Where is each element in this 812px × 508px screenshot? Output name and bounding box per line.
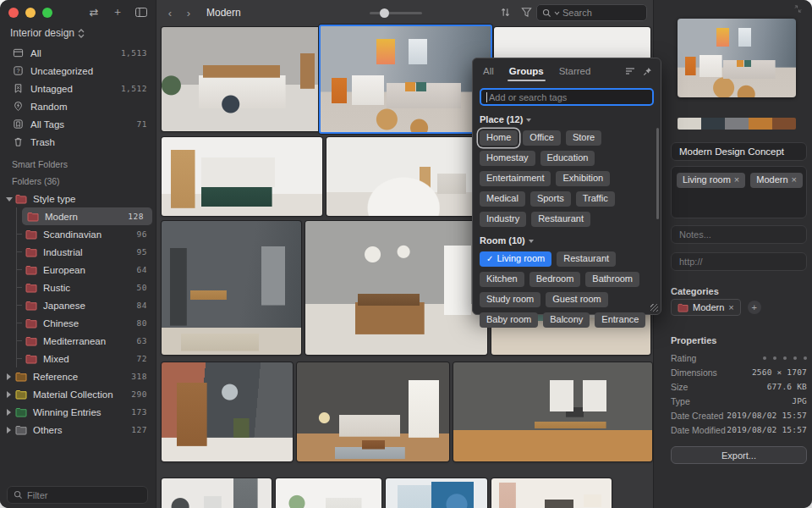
grid-photo-1[interactable] bbox=[162, 27, 322, 131]
sidebar-toggle-icon[interactable] bbox=[134, 4, 149, 19]
sort-lines-icon[interactable] bbox=[625, 67, 635, 75]
category-chip-modern[interactable]: Modern × bbox=[671, 299, 741, 316]
thumbnail-size-slider[interactable] bbox=[370, 12, 422, 14]
rating-dots[interactable] bbox=[763, 356, 807, 360]
tag-chip-sports[interactable]: Sports bbox=[530, 191, 571, 207]
folder-european[interactable]: European 64 bbox=[17, 261, 156, 279]
expand-caret-icon[interactable] bbox=[5, 427, 12, 433]
image-title-input[interactable]: Modern Design Concept bbox=[671, 142, 807, 161]
palette-swatch[interactable] bbox=[725, 118, 749, 130]
remove-category-icon[interactable]: × bbox=[728, 302, 733, 312]
grid-photo-13[interactable] bbox=[162, 478, 272, 508]
grid-photo-4[interactable] bbox=[162, 137, 322, 216]
expand-caret-icon[interactable] bbox=[5, 391, 12, 398]
folder-rustic[interactable]: Rustic 50 bbox=[17, 279, 156, 296]
grid-photo-7[interactable] bbox=[162, 221, 301, 355]
expand-caret-icon[interactable] bbox=[5, 373, 12, 380]
tag-chip-living-room[interactable]: ✓Living room bbox=[480, 251, 551, 267]
tag-chip-homestay[interactable]: Homestay bbox=[480, 151, 535, 166]
popup-scrollbar[interactable] bbox=[656, 128, 659, 219]
tag-chip-office[interactable]: Office bbox=[523, 130, 561, 146]
tag-group-place[interactable]: Place (12) bbox=[480, 114, 654, 124]
url-input[interactable]: http:// bbox=[671, 252, 807, 271]
library-selector[interactable]: Interior design bbox=[10, 27, 149, 39]
zoom-window-button[interactable] bbox=[42, 8, 52, 18]
add-category-button[interactable]: + bbox=[748, 301, 761, 314]
tag-chip-traffic[interactable]: Traffic bbox=[576, 191, 615, 207]
folder-material-collection[interactable]: Material Collection 290 bbox=[0, 385, 156, 403]
folder-japanese[interactable]: Japanese 84 bbox=[17, 296, 156, 314]
pin-icon[interactable] bbox=[643, 67, 652, 76]
grid-photo-10[interactable] bbox=[162, 362, 293, 461]
folder-winning-entries[interactable]: Winning Entries 173 bbox=[0, 403, 156, 421]
image-tag-living-room[interactable]: Living room× bbox=[677, 173, 745, 188]
grid-photo-12[interactable] bbox=[453, 362, 652, 461]
remove-tag-icon[interactable]: × bbox=[734, 174, 739, 185]
folder-mediterranean[interactable]: Mediterranean 63 bbox=[17, 332, 156, 350]
grid-photo-16[interactable] bbox=[491, 478, 612, 508]
minimize-window-button[interactable] bbox=[25, 8, 36, 18]
folder-scandinavian[interactable]: Scandinavian 96 bbox=[17, 225, 156, 243]
folder-industrial[interactable]: Industrial 95 bbox=[17, 243, 156, 261]
palette-swatch[interactable] bbox=[749, 118, 772, 130]
tag-chip-medical[interactable]: Medical bbox=[480, 191, 525, 207]
export-button[interactable]: Export... bbox=[671, 446, 807, 464]
notes-input[interactable]: Notes... bbox=[671, 225, 807, 244]
palette-swatch[interactable] bbox=[701, 118, 725, 130]
folder-reference[interactable]: Reference 318 bbox=[0, 367, 156, 385]
tag-group-room[interactable]: Room (10) bbox=[480, 235, 654, 246]
tag-chip-exhibition[interactable]: Exhibition bbox=[556, 171, 610, 186]
selected-image-preview[interactable] bbox=[678, 19, 796, 97]
palette-swatch[interactable] bbox=[678, 118, 701, 130]
palette-swatch[interactable] bbox=[772, 118, 796, 130]
grid-photo-14[interactable] bbox=[276, 478, 381, 508]
tag-chip-kitchen[interactable]: Kitchen bbox=[480, 272, 524, 287]
tag-chip-baby-room[interactable]: Baby room bbox=[480, 312, 538, 328]
sidebar-item-uncategorized[interactable]: ? Uncategorized bbox=[0, 62, 156, 80]
filter-input[interactable]: Filter bbox=[7, 486, 148, 504]
tab-groups[interactable]: Groups bbox=[509, 66, 544, 76]
image-tag-modern[interactable]: Modern× bbox=[750, 173, 803, 188]
tag-chip-restaurant[interactable]: Restaurant bbox=[531, 212, 590, 227]
remove-tag-icon[interactable]: × bbox=[792, 174, 797, 185]
grid-photo-5[interactable] bbox=[326, 137, 487, 216]
tag-chip-balcony[interactable]: Balcony bbox=[543, 312, 590, 328]
tag-chip-store[interactable]: Store bbox=[566, 130, 601, 146]
folder-others[interactable]: Others 127 bbox=[0, 421, 156, 439]
grid-photo-8[interactable] bbox=[305, 221, 487, 355]
sort-icon[interactable] bbox=[500, 7, 511, 18]
folder-chinese[interactable]: Chinese 80 bbox=[17, 314, 156, 332]
collapse-caret-icon[interactable] bbox=[5, 196, 12, 202]
add-icon[interactable]: ＋ bbox=[110, 4, 125, 19]
search-input[interactable]: Search bbox=[536, 4, 647, 21]
grid-photo-11[interactable] bbox=[297, 362, 449, 461]
sidebar-item-random[interactable]: Random bbox=[0, 97, 156, 115]
sidebar-item-trash[interactable]: Trash bbox=[0, 133, 156, 151]
tab-starred[interactable]: Starred bbox=[559, 66, 591, 76]
tag-chip-entrance[interactable]: Entrance bbox=[595, 312, 645, 328]
filter-funnel-icon[interactable] bbox=[521, 7, 532, 18]
grid-photo-15[interactable] bbox=[386, 478, 487, 508]
tag-chip-restaurant-room[interactable]: Restaurant bbox=[557, 251, 616, 267]
sidebar-item-all[interactable]: All 1,513 bbox=[0, 44, 156, 62]
folder-mixed[interactable]: Mixed 72 bbox=[17, 350, 156, 367]
tag-chip-bedroom[interactable]: Bedroom bbox=[529, 272, 581, 287]
grid-photo-2-selected[interactable] bbox=[319, 25, 492, 134]
sidebar-item-all-tags[interactable]: All Tags 71 bbox=[0, 115, 156, 133]
forward-icon[interactable]: › bbox=[183, 7, 195, 19]
image-tags-box[interactable]: Living room× Modern× bbox=[671, 166, 807, 218]
close-window-button[interactable] bbox=[8, 8, 19, 18]
back-icon[interactable]: ‹ bbox=[164, 7, 176, 19]
tab-all[interactable]: All bbox=[483, 66, 494, 76]
slider-knob[interactable] bbox=[380, 8, 389, 18]
expand-caret-icon[interactable] bbox=[5, 409, 12, 416]
tag-search-input[interactable]: Add or search tags bbox=[480, 88, 654, 106]
tag-chip-entertainment[interactable]: Entertainment bbox=[480, 171, 551, 186]
tag-chip-industry[interactable]: Industry bbox=[480, 212, 526, 227]
popup-resize-handle[interactable] bbox=[650, 304, 658, 312]
panel-collapse-icon[interactable] bbox=[794, 5, 802, 13]
folder-modern[interactable]: Modern 128 bbox=[22, 207, 152, 225]
tag-chip-home[interactable]: Home bbox=[480, 130, 518, 146]
tag-chip-education[interactable]: Education bbox=[540, 151, 595, 166]
folder-style-type[interactable]: Style type bbox=[0, 190, 156, 207]
